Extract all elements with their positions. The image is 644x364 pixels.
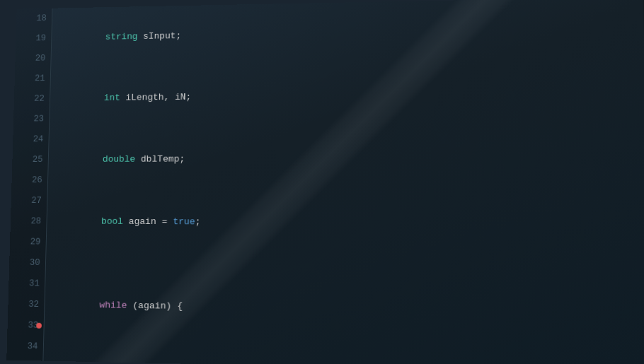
line-num-24: 24 (18, 129, 43, 150)
line-num-28: 28 (16, 211, 41, 232)
code-content: 18 19 20 21 22 23 24 25 26 27 28 29 30 3… (6, 0, 644, 364)
line-num-29: 29 (15, 232, 40, 253)
code-text: string sInput; int iLength, iN; double d… (11, 0, 644, 364)
line-num-22: 22 (19, 88, 45, 109)
code-line-18: string sInput; (62, 0, 644, 69)
code-line-20: double dblTemp; (59, 126, 644, 192)
line-num-19: 19 (21, 28, 46, 49)
code-line-21: bool again = true; (57, 191, 644, 258)
line-num-18: 18 (21, 8, 47, 29)
line-num-25: 25 (18, 150, 43, 170)
line-num-35: 35 (11, 357, 38, 364)
line-num-33: 33 (13, 315, 39, 336)
line-num-21: 21 (20, 69, 45, 89)
line-num-26: 26 (17, 170, 42, 191)
code-line-23: while (again) { (54, 274, 644, 347)
line-num-32: 32 (13, 294, 40, 315)
line-num-23: 23 (18, 109, 44, 129)
line-num-34: 34 (12, 336, 38, 357)
code-editor: 18 19 20 21 22 23 24 25 26 27 28 29 30 3… (6, 0, 644, 364)
line-num-31: 31 (13, 273, 40, 294)
line-num-30: 30 (14, 252, 40, 274)
code-line-19: int iLength, iN; (60, 61, 644, 129)
line-num-20: 20 (21, 48, 46, 69)
line-num-27: 27 (16, 191, 42, 211)
